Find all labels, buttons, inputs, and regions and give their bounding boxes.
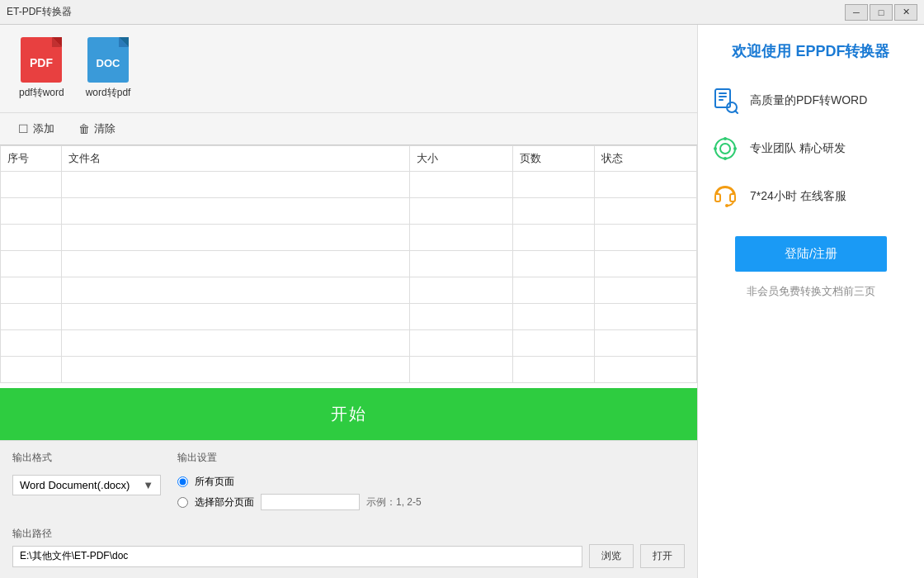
- table-body: [1, 172, 697, 383]
- main-container: PDF pdf转word DOC word转pdf: [0, 25, 924, 578]
- pdf-icon: PDF: [21, 37, 62, 83]
- output-format-label: 输出格式: [12, 451, 161, 465]
- feature-text-3: 7*24小时 在线客服: [750, 189, 846, 204]
- output-settings-label: 输出设置: [177, 451, 422, 465]
- pdf-to-word-label: pdf转word: [19, 86, 64, 100]
- page-range-input[interactable]: [261, 494, 360, 510]
- support-icon: [710, 182, 740, 211]
- bottom-settings: 输出格式 Word Document(.docx) ▼ 输出设置 所有页面 选择: [0, 440, 697, 520]
- table-row: [1, 330, 697, 357]
- browse-button[interactable]: 浏览: [589, 544, 634, 568]
- svg-point-16: [724, 137, 727, 140]
- all-pages-label: 所有页面: [195, 475, 234, 489]
- word-to-pdf-button[interactable]: DOC word转pdf: [79, 33, 138, 104]
- all-pages-radio[interactable]: [177, 476, 188, 487]
- select-pages-row: 选择部分页面 示例：1, 2-5: [177, 494, 422, 510]
- output-path-row: 浏览 打开: [12, 544, 685, 568]
- svg-rect-9: [719, 92, 727, 94]
- table-row: [1, 277, 697, 304]
- add-button[interactable]: ☐ 添加: [8, 118, 64, 140]
- table-header: 序号 文件名 大小 页数 状态: [1, 146, 697, 172]
- close-button[interactable]: ✕: [894, 4, 917, 21]
- output-format-group: 输出格式 Word Document(.docx) ▼: [12, 451, 161, 510]
- icon-toolbar: PDF pdf转word DOC word转pdf: [0, 25, 697, 113]
- col-number: 序号: [1, 146, 62, 172]
- window-controls: ─ □ ✕: [845, 4, 917, 21]
- feature-item-3: 7*24小时 在线客服: [710, 182, 912, 211]
- feature-text-1: 高质量的PDF转WORD: [750, 93, 867, 108]
- svg-text:PDF: PDF: [30, 56, 53, 69]
- select-pages-label: 选择部分页面: [195, 495, 254, 509]
- output-path-label: 输出路径: [12, 527, 685, 541]
- pdf-to-word-button[interactable]: PDF pdf转word: [12, 33, 71, 104]
- col-pages: 页数: [512, 146, 594, 172]
- add-label: 添加: [33, 121, 54, 136]
- col-status: 状态: [594, 146, 696, 172]
- file-table-wrapper: 序号 文件名 大小 页数 状态: [0, 145, 697, 388]
- table-row: [1, 251, 697, 277]
- svg-rect-10: [719, 96, 727, 97]
- clear-label: 清除: [94, 121, 116, 136]
- svg-point-15: [720, 144, 730, 154]
- table-row: [1, 225, 697, 251]
- feature-text-2: 专业团队 精心研发: [750, 141, 846, 156]
- right-panel: 欢迎使用 EPPDF转换器 高质量的PDF转WORD: [697, 25, 924, 578]
- clear-button[interactable]: 🗑 清除: [68, 118, 125, 140]
- svg-point-18: [714, 147, 717, 150]
- open-button[interactable]: 打开: [640, 544, 685, 568]
- svg-point-14: [715, 139, 735, 159]
- svg-point-20: [725, 204, 728, 207]
- welcome-title: 欢迎使用 EPPDF转换器: [732, 41, 889, 61]
- dropdown-arrow-icon: ▼: [143, 479, 153, 491]
- select-pages-radio[interactable]: [177, 497, 188, 508]
- format-select[interactable]: Word Document(.docx) ▼: [12, 475, 161, 495]
- start-button[interactable]: 开始: [0, 388, 697, 440]
- add-icon: ☐: [18, 122, 29, 135]
- trash-icon: 🗑: [78, 122, 90, 135]
- team-icon: [710, 134, 740, 163]
- table-row: [1, 304, 697, 330]
- svg-text:DOC: DOC: [97, 57, 121, 69]
- svg-point-17: [724, 157, 727, 160]
- col-size: 大小: [410, 146, 512, 172]
- free-convert-text: 非会员免费转换文档前三页: [747, 284, 875, 299]
- svg-rect-11: [719, 99, 724, 101]
- output-settings: 所有页面 选择部分页面 示例：1, 2-5: [177, 475, 422, 510]
- action-toolbar: ☐ 添加 🗑 清除: [0, 113, 697, 145]
- doc-icon: DOC: [87, 37, 129, 83]
- login-button[interactable]: 登陆/注册: [735, 236, 887, 272]
- example-text: 示例：1, 2-5: [366, 495, 422, 509]
- feature-item-2: 专业团队 精心研发: [710, 134, 912, 163]
- file-table: 序号 文件名 大小 页数 状态: [0, 145, 697, 383]
- pdf-quality-icon: [710, 86, 740, 116]
- left-panel: PDF pdf转word DOC word转pdf: [0, 25, 697, 578]
- word-to-pdf-label: word转pdf: [86, 86, 131, 100]
- svg-point-19: [733, 147, 737, 150]
- path-input[interactable]: [12, 546, 582, 567]
- table-row: [1, 357, 697, 383]
- all-pages-row: 所有页面: [177, 475, 422, 489]
- maximize-button[interactable]: □: [870, 4, 893, 21]
- col-filename: 文件名: [62, 146, 410, 172]
- feature-list: 高质量的PDF转WORD 专业团队 精心研发: [710, 86, 912, 211]
- app-title: ET-PDF转换器: [7, 5, 72, 19]
- output-settings-group: 输出设置 所有页面 选择部分页面 示例：1, 2-5: [177, 451, 422, 510]
- table-container[interactable]: 序号 文件名 大小 页数 状态: [0, 145, 697, 388]
- title-bar: ET-PDF转换器 ─ □ ✕: [0, 0, 924, 25]
- format-selected-value: Word Document(.docx): [20, 479, 130, 491]
- minimize-button[interactable]: ─: [845, 4, 868, 21]
- svg-line-13: [735, 111, 738, 113]
- feature-item-1: 高质量的PDF转WORD: [710, 86, 912, 116]
- table-row: [1, 172, 697, 198]
- output-path-section: 输出路径 浏览 打开: [0, 520, 697, 578]
- table-row: [1, 198, 697, 225]
